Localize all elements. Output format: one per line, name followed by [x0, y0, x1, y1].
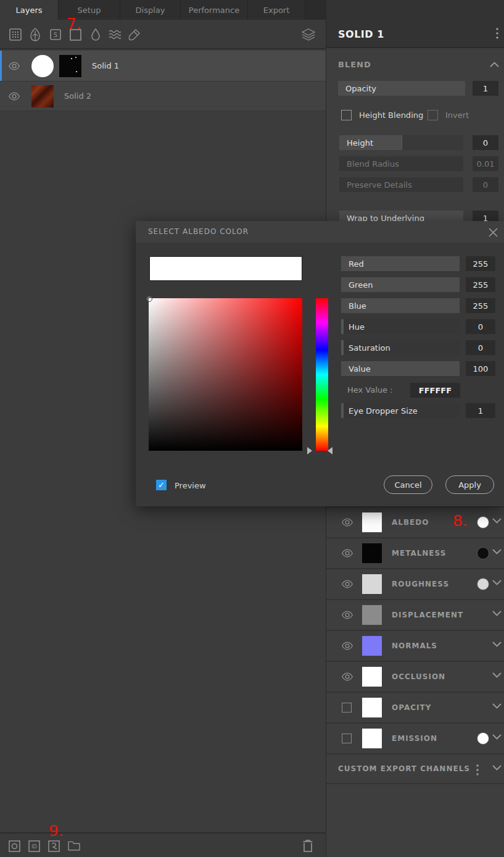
preserve-details-value[interactable]: 0: [473, 177, 498, 192]
chevron-down-icon[interactable]: [492, 672, 502, 678]
saturation-value[interactable]: 0: [466, 340, 495, 355]
channel-row-displacement[interactable]: DISPLACEMENT: [326, 599, 504, 630]
annotation-step-9: 9.: [49, 822, 64, 840]
material-fill-icon[interactable]: [9, 28, 22, 41]
hue-marker-left-icon[interactable]: [307, 447, 312, 454]
value-slider[interactable]: Value: [341, 361, 460, 376]
preserve-details-slider[interactable]: Preserve Details: [339, 177, 463, 192]
paint-layer-icon[interactable]: [128, 28, 141, 41]
height-slider[interactable]: Height: [339, 135, 463, 150]
blue-value[interactable]: 255: [466, 298, 495, 313]
annotation-step-7: 7.: [67, 15, 81, 33]
hue-value[interactable]: 0: [466, 319, 495, 334]
blend-radius-slider[interactable]: Blend Radius: [339, 156, 463, 171]
invert-checkbox[interactable]: [428, 110, 438, 120]
id-map-icon[interactable]: ID: [28, 840, 40, 852]
opacity-slider[interactable]: Opacity: [338, 81, 465, 96]
opacity-value[interactable]: 1: [473, 81, 498, 96]
channel-color-swatch[interactable]: [477, 732, 489, 745]
chevron-down-icon[interactable]: [492, 703, 502, 709]
height-value[interactable]: 0: [473, 135, 498, 150]
layer-row-solid-2[interactable]: Solid 2: [0, 81, 326, 111]
smart-material-icon[interactable]: S: [49, 28, 62, 41]
layer-row-solid-1[interactable]: Solid 1: [0, 51, 326, 81]
channel-color-swatch[interactable]: [477, 578, 489, 590]
visibility-eye-icon[interactable]: [341, 518, 353, 527]
green-value[interactable]: 255: [466, 277, 495, 292]
visibility-eye-icon[interactable]: [341, 672, 353, 681]
blue-slider[interactable]: Blue: [341, 298, 460, 313]
hue-gradient-bar[interactable]: [316, 298, 328, 451]
saturation-value-gradient[interactable]: [149, 298, 302, 451]
preview-checkbox[interactable]: ✓: [156, 480, 167, 490]
waves-layer-icon[interactable]: [108, 28, 122, 41]
layer-texture-thumbnail[interactable]: [31, 85, 54, 107]
channel-row-metalness[interactable]: METALNESS: [326, 537, 504, 568]
chevron-down-icon[interactable]: [492, 765, 502, 771]
cancel-button[interactable]: Cancel: [384, 475, 432, 494]
chevron-down-icon[interactable]: [492, 580, 502, 585]
green-slider[interactable]: Green: [341, 277, 460, 292]
red-slider[interactable]: Red: [341, 256, 460, 271]
channel-color-swatch[interactable]: [477, 516, 489, 529]
channel-color-swatch[interactable]: [477, 547, 489, 559]
folder-icon[interactable]: [68, 840, 80, 852]
channel-thumbnail: [362, 698, 382, 717]
channel-row-roughness[interactable]: ROUGHNESS: [326, 568, 504, 599]
visibility-eye-icon[interactable]: [341, 611, 353, 619]
chevron-down-icon[interactable]: [492, 642, 502, 647]
visibility-eye-icon[interactable]: [8, 62, 20, 70]
eye-dropper-size-value[interactable]: 1: [466, 403, 495, 418]
layer-name: Solid 1: [92, 61, 119, 70]
tab-performance[interactable]: Performance: [181, 0, 248, 20]
saturation-slider[interactable]: Saturation: [341, 340, 460, 355]
custom-export-kebab-icon[interactable]: [476, 764, 479, 775]
channel-enable-checkbox[interactable]: [342, 703, 352, 713]
channel-enable-checkbox[interactable]: [342, 734, 352, 743]
channel-row-emission[interactable]: EMISSION: [326, 722, 504, 753]
visibility-eye-icon[interactable]: [341, 549, 353, 558]
red-value[interactable]: 255: [466, 256, 495, 271]
hue-marker-right-icon[interactable]: [328, 447, 333, 454]
blend-radius-value[interactable]: 0.01: [473, 156, 498, 171]
layer-color-thumbnail[interactable]: [31, 55, 54, 77]
chevron-down-icon[interactable]: [492, 518, 502, 524]
green-label: Green: [349, 280, 373, 290]
layer-mask-thumbnail[interactable]: [59, 55, 81, 77]
circle-mask-icon[interactable]: [8, 840, 20, 852]
height-blending-checkbox[interactable]: [341, 110, 352, 120]
droplet-layer-icon[interactable]: [89, 28, 102, 41]
chevron-down-icon[interactable]: [492, 549, 502, 554]
tab-layers[interactable]: Layers: [0, 0, 59, 20]
eye-dropper-size-slider[interactable]: Eye Dropper Size: [341, 403, 460, 418]
channel-row-albedo[interactable]: ALBEDO: [326, 506, 504, 537]
leaf-layer-icon[interactable]: [28, 28, 42, 41]
sv-selector-ring[interactable]: [146, 296, 152, 302]
hex-value-input[interactable]: FFFFFF: [410, 383, 460, 398]
blend-section-header[interactable]: BLEND: [338, 60, 371, 69]
close-icon[interactable]: [487, 226, 499, 238]
tab-display[interactable]: Display: [120, 0, 181, 20]
visibility-eye-icon[interactable]: [8, 92, 20, 101]
channel-row-occlusion[interactable]: OCCLUSION: [326, 661, 504, 692]
eye-dropper-size-label: Eye Dropper Size: [349, 406, 418, 416]
hue-slider[interactable]: Hue: [341, 319, 460, 334]
channel-row-normals[interactable]: NORMALS: [326, 630, 504, 661]
value-value[interactable]: 100: [466, 361, 495, 376]
channel-row-opacity[interactable]: OPACITY: [326, 692, 504, 722]
layer-menu-kebab-icon[interactable]: [496, 28, 498, 39]
curve-mask-icon[interactable]: [48, 840, 60, 852]
chevron-down-icon[interactable]: [492, 734, 502, 740]
visibility-eye-icon[interactable]: [341, 642, 353, 650]
trash-icon[interactable]: [302, 840, 314, 852]
selected-layer-title: SOLID 1: [338, 28, 384, 40]
chevron-down-icon[interactable]: [492, 611, 502, 616]
apply-button[interactable]: Apply: [445, 475, 494, 494]
visibility-eye-icon[interactable]: [341, 580, 353, 588]
collapse-chevron-up-icon[interactable]: [490, 62, 499, 67]
tab-export[interactable]: Export: [248, 0, 305, 20]
layer-stack-icon[interactable]: [302, 28, 315, 41]
dialog-header[interactable]: SELECT ALBEDO COLOR: [136, 221, 504, 243]
custom-export-channels-row[interactable]: CUSTOM EXPORT CHANNELS: [326, 753, 504, 784]
channel-thumbnail: [362, 667, 382, 687]
